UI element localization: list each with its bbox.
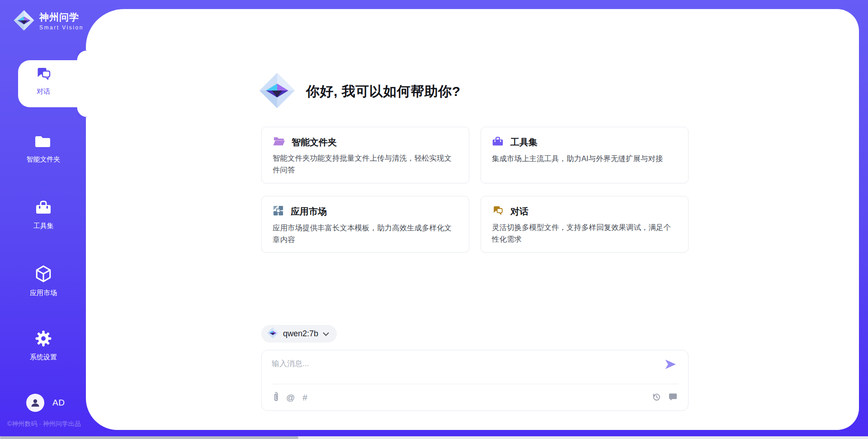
sidebar-item-label: 应用市场	[30, 289, 57, 297]
message-composer: @ #	[261, 350, 689, 411]
copyright-text: ©神州数码 · 神州问学出品	[7, 420, 89, 428]
card-description: 智能文件夹功能支持批量文件上传与清洗，轻松实现文件问答	[273, 153, 458, 176]
sidebar-item-label: 智能文件夹	[27, 155, 61, 164]
brand-subtitle: Smart Vision	[39, 24, 84, 31]
horizontal-scrollbar-track[interactable]	[0, 436, 868, 439]
mention-button[interactable]: @	[286, 393, 295, 402]
sidebar-item-app-market[interactable]: 应用市场	[0, 265, 87, 297]
sidebar-item-label: 对话	[37, 87, 50, 96]
sidebar-item-label: 系统设置	[30, 353, 57, 362]
chat-icon	[492, 205, 504, 218]
model-name: qwen2:7b	[283, 329, 318, 339]
chat-bubble-icon	[669, 393, 677, 402]
apps-grid-icon	[273, 205, 284, 218]
hashtag-button[interactable]: #	[302, 393, 307, 402]
brand-logo-block: 神州问学 Smart Vision	[14, 10, 84, 33]
chevron-down-icon	[323, 330, 329, 338]
sidebar: 神州问学 Smart Vision 对话 智能文件夹	[0, 0, 87, 439]
model-selector[interactable]: qwen2:7b	[261, 325, 337, 343]
avatar	[26, 394, 44, 412]
send-button[interactable]	[665, 359, 676, 370]
card-description: 集成市场上主流工具，助力AI与外界无缝扩展与对接	[492, 153, 677, 165]
brand-diamond-icon	[14, 10, 34, 33]
toolbox-icon	[492, 136, 504, 149]
card-chat[interactable]: 对话 灵活切换多模型文件，支持多样回复效果调试，满足个性化需求	[481, 196, 689, 253]
sidebar-item-chat[interactable]: 对话	[0, 66, 87, 96]
brand-name: 神州问学	[39, 12, 84, 23]
card-title: 智能文件夹	[292, 136, 337, 148]
horizontal-scrollbar-thumb[interactable]	[0, 436, 298, 439]
card-smart-folder[interactable]: 智能文件夹 智能文件夹功能支持批量文件上传与清洗，轻松实现文件问答	[261, 127, 469, 183]
folder-icon	[35, 134, 52, 151]
chat-icon	[35, 66, 52, 83]
card-title: 应用市场	[291, 205, 327, 218]
sidebar-item-toolset[interactable]: 工具集	[0, 200, 87, 230]
history-button[interactable]	[652, 392, 661, 403]
user-name: AD	[52, 398, 65, 408]
composer-toolbar: @ #	[262, 384, 688, 410]
attachment-button[interactable]	[273, 392, 278, 403]
card-description: 灵活切换多模型文件，支持多样回复效果调试，满足个性化需求	[492, 222, 677, 245]
greeting-block: 你好, 我可以如何帮助你?	[259, 72, 461, 110]
sidebar-item-settings[interactable]: 系统设置	[0, 330, 87, 362]
card-toolset[interactable]: 工具集 集成市场上主流工具，助力AI与外界无缝扩展与对接	[481, 127, 689, 183]
conversation-button[interactable]	[669, 393, 677, 402]
gear-icon	[35, 330, 52, 349]
brand-diamond-icon-large	[259, 72, 295, 110]
card-app-market[interactable]: 应用市场 应用市场提供丰富长文本模板，助力高效生成多样化文章内容	[261, 196, 469, 253]
history-icon	[652, 392, 661, 403]
paperclip-icon	[273, 392, 278, 403]
brand-diamond-icon-small	[267, 327, 278, 340]
sidebar-item-smart-folder[interactable]: 智能文件夹	[0, 134, 87, 164]
message-input[interactable]	[272, 357, 651, 371]
app-root: 神州问学 Smart Vision 对话 智能文件夹	[0, 0, 868, 439]
folder-open-icon	[273, 136, 285, 148]
card-title: 对话	[510, 205, 528, 218]
user-row[interactable]: AD	[26, 394, 65, 412]
toolbox-icon	[35, 200, 52, 218]
greeting-title: 你好, 我可以如何帮助你?	[306, 82, 461, 101]
card-title: 工具集	[510, 136, 538, 148]
sidebar-item-label: 工具集	[33, 222, 54, 230]
card-description: 应用市场提供丰富长文本模板，助力高效生成多样化文章内容	[273, 222, 458, 245]
cube-icon	[35, 265, 52, 285]
